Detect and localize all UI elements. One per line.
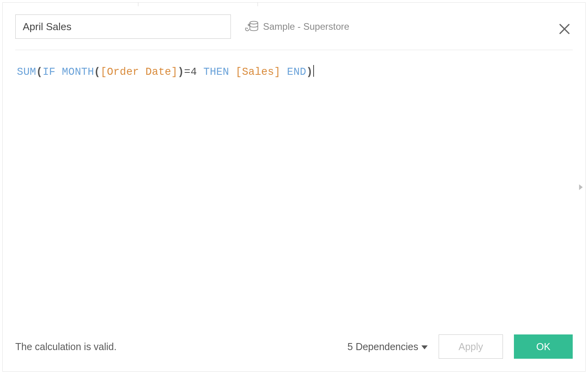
close-button[interactable]: [558, 22, 571, 36]
formula-token-kw: THEN: [203, 66, 236, 78]
datasource-selector[interactable]: Sample - Superstore: [245, 20, 349, 34]
text-caret: [313, 65, 314, 77]
formula-token-func: MONTH: [62, 66, 94, 78]
dialog-footer: The calculation is valid. 5 Dependencies…: [3, 334, 585, 371]
formula-token-kw: IF: [43, 66, 62, 78]
dialog-header: Sample - Superstore: [3, 3, 585, 39]
datasource-name: Sample - Superstore: [263, 21, 349, 32]
ok-button[interactable]: OK: [514, 334, 573, 359]
validation-status: The calculation is valid.: [15, 341, 336, 352]
datasource-icon: [245, 20, 259, 34]
formula-token-field: [Order Date]: [100, 66, 178, 78]
formula-token-plain: [281, 66, 287, 78]
dependencies-label: 5 Dependencies: [347, 341, 418, 352]
dependencies-dropdown[interactable]: 5 Dependencies: [347, 341, 428, 352]
formula-token-punct: ): [178, 66, 184, 78]
formula-token-field: [Sales]: [236, 66, 281, 78]
formula-editor[interactable]: SUM(IF MONTH([Order Date])=4 THEN [Sales…: [3, 50, 585, 334]
formula-token-kw: END: [287, 66, 306, 78]
expand-chevron-right-icon[interactable]: [575, 179, 586, 195]
formula-token-punct: ): [306, 66, 312, 78]
field-name-input[interactable]: [15, 14, 231, 39]
svg-point-0: [250, 21, 258, 24]
calculated-field-dialog: Sample - Superstore SUM(IF MONTH([Order …: [2, 2, 586, 372]
formula-token-plain: =4: [184, 66, 203, 78]
apply-button[interactable]: Apply: [439, 334, 503, 359]
chevron-down-icon: [421, 345, 428, 349]
formula-token-punct: (: [36, 66, 42, 78]
formula-token-punct: (: [94, 66, 100, 78]
formula-token-func: SUM: [17, 66, 36, 78]
